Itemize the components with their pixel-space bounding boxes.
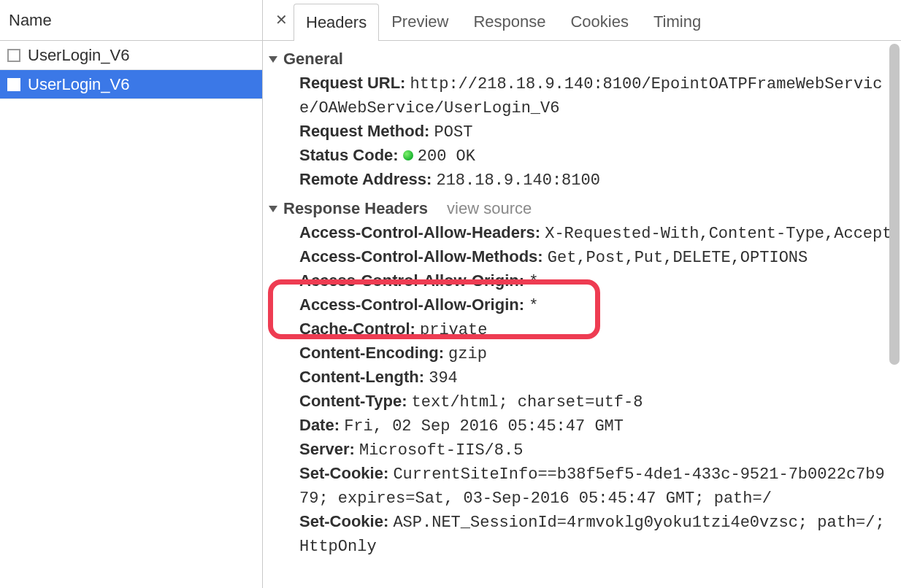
general-title: General — [283, 50, 343, 69]
header-row: Access-Control-Allow-Origin: * — [299, 269, 892, 293]
status-code-label: Status Code: — [299, 146, 399, 164]
file-icon — [7, 78, 20, 91]
remote-address-label: Remote Address: — [299, 170, 432, 188]
sidebar-header-label: Name — [9, 11, 52, 30]
request-row-label: UserLogin_V6 — [28, 75, 129, 94]
sidebar-header[interactable]: Name — [0, 0, 262, 41]
response-headers-title: Response Headers — [283, 199, 428, 218]
response-headers-section: Response Headers view source Access-Cont… — [269, 196, 892, 558]
general-section-toggle[interactable]: General — [269, 47, 892, 71]
status-dot-icon — [403, 150, 413, 160]
tab-cookies[interactable]: Cookies — [558, 3, 640, 40]
tab-headers[interactable]: Headers — [294, 4, 379, 41]
header-row: Set-Cookie: ASP.NET_SessionId=4rmvoklg0y… — [299, 510, 892, 558]
request-row-selected[interactable]: UserLogin_V6 — [0, 70, 262, 99]
request-method-label: Request Method: — [299, 122, 429, 140]
chevron-down-icon — [269, 56, 277, 63]
tab-response[interactable]: Response — [461, 3, 558, 40]
header-row: Content-Type: text/html; charset=utf-8 — [299, 390, 892, 414]
header-row: Content-Length: 394 — [299, 365, 892, 390]
view-source-link[interactable]: view source — [447, 199, 532, 218]
details-pane: ✕ Headers Preview Response Cookies Timin… — [263, 0, 901, 588]
remote-address-row: Remote Address: 218.18.9.140:8100 — [299, 168, 892, 192]
request-url-row: Request URL: http://218.18.9.140:8100/Ep… — [299, 71, 892, 120]
request-list-sidebar: Name UserLogin_V6 UserLogin_V6 — [0, 0, 263, 588]
request-row-label: UserLogin_V6 — [28, 46, 129, 65]
status-code-value: 200 OK — [403, 147, 475, 166]
response-headers-toggle[interactable]: Response Headers view source — [269, 196, 892, 221]
status-code-row: Status Code: 200 OK — [299, 144, 892, 168]
sidebar-items: UserLogin_V6 UserLogin_V6 — [0, 41, 262, 588]
close-icon[interactable]: ✕ — [269, 0, 294, 40]
details-tabs: ✕ Headers Preview Response Cookies Timin… — [263, 0, 901, 41]
tab-preview[interactable]: Preview — [379, 3, 461, 40]
header-row: Cache-Control: private — [299, 317, 892, 341]
general-section: General Request URL: http://218.18.9.140… — [269, 47, 892, 192]
header-row: Date: Fri, 02 Sep 2016 05:45:47 GMT — [299, 414, 892, 438]
request-method-row: Request Method: POST — [299, 120, 892, 144]
header-row: Access-Control-Allow-Headers: X-Requeste… — [299, 221, 892, 245]
response-headers-kv-block: Access-Control-Allow-Headers: X-Requeste… — [269, 221, 892, 558]
request-method-value: POST — [434, 123, 473, 142]
header-row: Access-Control-Allow-Methods: Get,Post,P… — [299, 245, 892, 269]
headers-content: General Request URL: http://218.18.9.140… — [263, 41, 901, 588]
file-icon — [7, 49, 20, 62]
header-row: Server: Microsoft-IIS/8.5 — [299, 438, 892, 462]
header-row: Content-Encoding: gzip — [299, 341, 892, 365]
chevron-down-icon — [269, 206, 277, 212]
header-row: Set-Cookie: CurrentSiteInfo==b38f5ef5-4d… — [299, 462, 892, 510]
remote-address-value: 218.18.9.140:8100 — [436, 171, 599, 190]
scrollbar-thumb[interactable] — [889, 44, 900, 365]
general-kv-block: Request URL: http://218.18.9.140:8100/Ep… — [269, 71, 892, 192]
tab-timing[interactable]: Timing — [641, 3, 713, 40]
request-row[interactable]: UserLogin_V6 — [0, 41, 262, 70]
devtools-network-panel: Name UserLogin_V6 UserLogin_V6 ✕ Headers… — [0, 0, 901, 588]
request-url-label: Request URL: — [299, 74, 405, 92]
header-row: Access-Control-Allow-Origin: * — [299, 293, 892, 317]
